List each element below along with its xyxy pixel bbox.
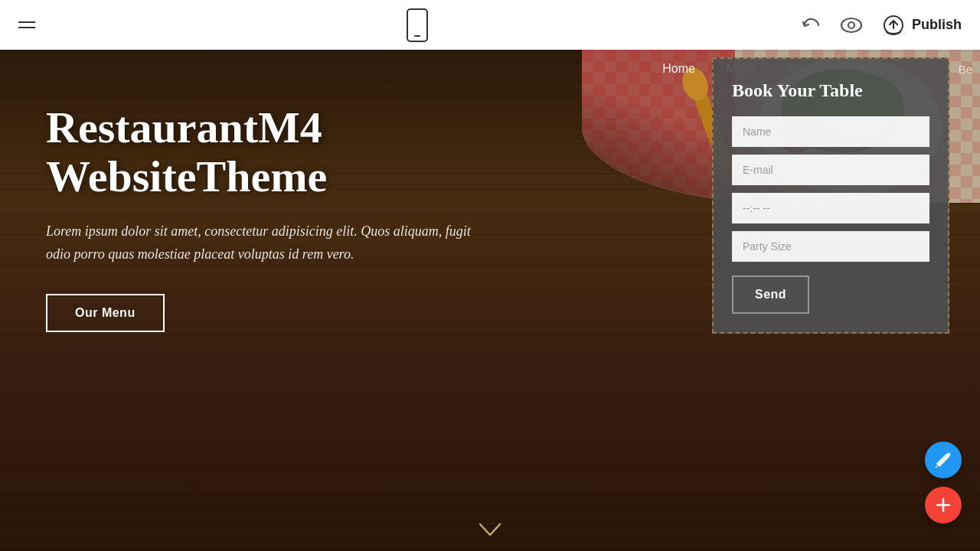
party-size-input[interactable] <box>732 231 929 262</box>
upload-icon <box>881 13 906 37</box>
scroll-down-chevron[interactable] <box>478 517 502 539</box>
name-input[interactable] <box>732 116 929 147</box>
topbar-right: Publish <box>800 13 962 37</box>
topbar: Publish <box>0 0 980 50</box>
topbar-left <box>18 21 35 28</box>
topbar-center <box>407 8 428 42</box>
edit-fab-button[interactable] <box>925 442 962 478</box>
add-fab-button[interactable] <box>925 487 962 523</box>
publish-button[interactable]: Publish <box>881 13 962 37</box>
svg-point-0 <box>841 18 861 32</box>
undo-icon[interactable] <box>800 15 822 36</box>
booking-title: Book Your Table <box>732 80 929 101</box>
mobile-preview-icon[interactable] <box>407 8 428 42</box>
time-input[interactable] <box>732 193 929 223</box>
hero-title: RestaurantM4 WebsiteTheme <box>46 103 490 201</box>
svg-line-17 <box>936 466 937 468</box>
hero-content: RestaurantM4 WebsiteTheme Lorem ipsum do… <box>46 103 490 332</box>
hero-description: Lorem ipsum dolor sit amet, consectetur … <box>46 220 490 266</box>
our-menu-button[interactable]: Our Menu <box>46 294 165 332</box>
eye-icon[interactable] <box>840 17 863 34</box>
publish-label: Publish <box>912 17 962 33</box>
send-button[interactable]: Send <box>732 276 809 314</box>
svg-point-1 <box>848 22 854 28</box>
booking-form: Book Your Table Send <box>712 57 949 334</box>
nav-partial: Be <box>951 50 980 88</box>
hero-section: Home Menu Blog Be RestaurantM4 WebsiteTh… <box>0 50 980 551</box>
nav-item-home[interactable]: Home <box>647 50 710 88</box>
hamburger-menu[interactable] <box>18 21 35 28</box>
email-input[interactable] <box>732 155 929 185</box>
